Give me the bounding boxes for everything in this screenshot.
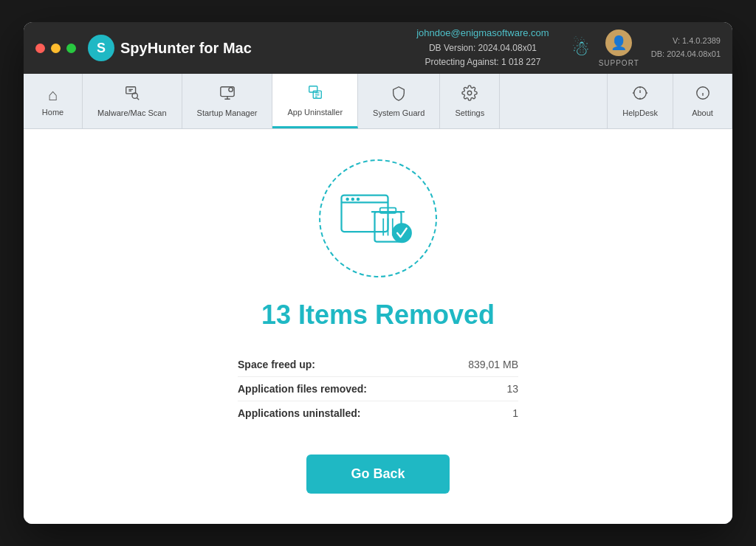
nav-malware-label: Malware/Mac Scan xyxy=(97,108,167,117)
nav-startup-manager[interactable]: Startup Manager xyxy=(182,74,273,128)
nav-app-uninstaller[interactable]: App Uninstaller xyxy=(272,74,358,128)
stats-table: Space freed up: 839,01 MB Application fi… xyxy=(238,353,518,425)
db-version: DB Version: 2024.04.08x01 xyxy=(416,41,549,55)
nav-settings[interactable]: Settings xyxy=(440,74,500,128)
home-icon: ⌂ xyxy=(48,86,58,105)
nav-home-label: Home xyxy=(42,108,63,117)
app-uninstaller-icon xyxy=(307,84,323,105)
stat-row-apps: Applications uninstalled: 1 xyxy=(238,401,518,425)
result-icon-circle xyxy=(319,159,437,277)
titlebar: S SpyHunter for Mac johndoe@enigmasoftwa… xyxy=(24,22,732,74)
main-content: 13 Items Removed Space freed up: 839,01 … xyxy=(24,129,732,524)
close-button[interactable] xyxy=(35,44,45,53)
nav-helpdesk[interactable]: HelpDesk xyxy=(608,74,673,128)
support-avatar: 👤 xyxy=(605,30,632,56)
helpdesk-icon xyxy=(632,85,648,106)
stat-row-files: Application files removed: 13 xyxy=(238,377,518,401)
settings-icon xyxy=(461,85,478,106)
nav-helpdesk-label: HelpDesk xyxy=(622,108,658,117)
go-back-button[interactable]: Go Back xyxy=(306,455,449,494)
stat-label-files: Application files removed: xyxy=(238,383,367,395)
nav-uninstaller-label: App Uninstaller xyxy=(287,108,343,117)
app-logo-icon: S xyxy=(88,35,114,61)
nav-malware-scan[interactable]: Malware/Mac Scan xyxy=(83,74,182,128)
svg-point-24 xyxy=(346,198,349,201)
nav-about[interactable]: About xyxy=(673,74,732,128)
uninstall-result-icon xyxy=(337,185,419,252)
nav-startup-label: Startup Manager xyxy=(197,108,258,117)
nav-spacer xyxy=(500,74,607,128)
svg-line-4 xyxy=(137,97,139,100)
header-center: johndoe@enigmasoftware.com DB Version: 2… xyxy=(416,26,549,69)
navbar: ⌂ Home Malware/Mac Scan xyxy=(24,74,732,129)
nav-right: HelpDesk About xyxy=(607,74,732,128)
stat-value-apps: 1 xyxy=(512,407,518,419)
stat-label-apps: Applications uninstalled: xyxy=(238,407,360,419)
malware-scan-icon xyxy=(124,85,140,106)
db-date: DB: 2024.04.08x01 xyxy=(651,48,721,61)
nav-home[interactable]: ⌂ Home xyxy=(24,74,83,128)
support-area: ☃ 👤 SUPPORT xyxy=(571,30,639,67)
minimize-button[interactable] xyxy=(51,44,61,53)
app-name: SpyHunter for Mac xyxy=(120,41,252,55)
svg-point-15 xyxy=(468,91,472,95)
svg-point-34 xyxy=(393,224,411,242)
main-window: S SpyHunter for Mac johndoe@enigmasoftwa… xyxy=(24,22,732,524)
startup-manager-icon xyxy=(219,85,236,106)
maximize-button[interactable] xyxy=(66,44,76,53)
support-label: SUPPORT xyxy=(599,59,639,67)
traffic-lights xyxy=(35,44,76,53)
logo-area: S SpyHunter for Mac xyxy=(88,35,252,61)
version-info: V: 1.4.0.2389 DB: 2024.04.08x01 xyxy=(651,35,721,61)
version-number: V: 1.4.0.2389 xyxy=(651,35,721,48)
nav-system-guard[interactable]: System Guard xyxy=(358,74,440,128)
system-guard-icon xyxy=(391,85,407,106)
download-icon[interactable]: ☃ xyxy=(571,36,590,61)
svg-point-25 xyxy=(351,198,355,201)
support-button[interactable]: 👤 SUPPORT xyxy=(599,30,639,67)
about-icon xyxy=(695,85,711,106)
stat-label-space: Space freed up: xyxy=(238,359,315,370)
nav-about-label: About xyxy=(692,108,713,117)
protecting-count: Protecting Against: 1 018 227 xyxy=(416,55,549,69)
nav-settings-label: Settings xyxy=(455,108,484,117)
stat-value-files: 13 xyxy=(506,383,518,395)
svg-point-8 xyxy=(228,88,233,92)
nav-system-guard-label: System Guard xyxy=(373,108,425,117)
svg-point-26 xyxy=(357,198,360,201)
stat-row-space: Space freed up: 839,01 MB xyxy=(238,353,518,377)
stat-value-space: 839,01 MB xyxy=(468,359,518,370)
items-removed-title: 13 Items Removed xyxy=(261,300,495,331)
user-email: johndoe@enigmasoftware.com xyxy=(416,26,549,41)
